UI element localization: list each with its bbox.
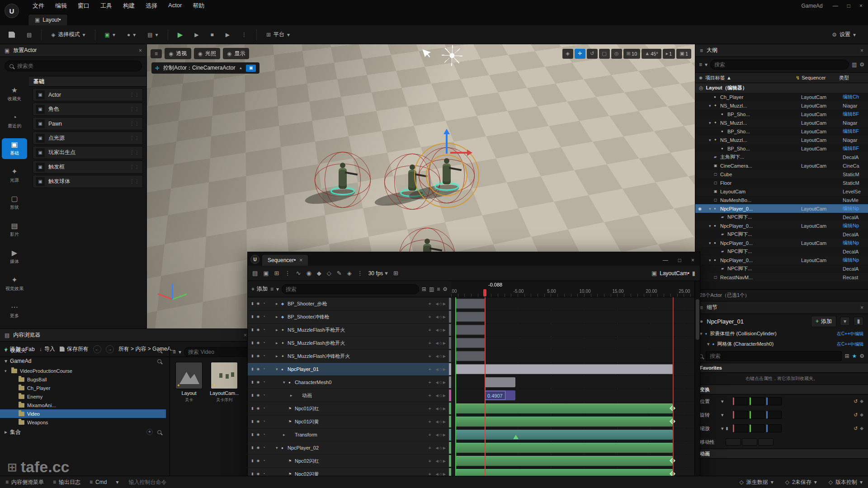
vector-fields[interactable] [733, 397, 782, 405]
chevron-down-icon[interactable] [721, 413, 724, 418]
lock-icon[interactable] [251, 328, 253, 332]
placeable-actor-item[interactable]: Actor ⋮⋮ [33, 88, 143, 101]
track-state-icons[interactable] [251, 328, 276, 332]
dots-icon[interactable] [357, 270, 363, 276]
key-navigation[interactable]: ◀◇▶ [436, 407, 447, 411]
viewport-menu-item[interactable]: 透视 [165, 48, 191, 59]
mute-icon[interactable] [263, 315, 265, 319]
add-section-button[interactable]: + [429, 380, 436, 385]
placeable-actor-item[interactable]: 触发框 ⋮⋮ [33, 160, 143, 174]
edit-in-cpp-link[interactable]: 在C++中编辑 [837, 331, 863, 337]
outliner-row[interactable]: ▾ NpcPlayer_0... LayoutCam 编辑Np [695, 239, 868, 247]
play-options-button[interactable] [237, 29, 251, 40]
camera-views-button[interactable]: 1 [676, 49, 691, 59]
track-row[interactable]: ▸ BP_Shooter冲锋枪 + ◀◇▶ [248, 310, 451, 323]
drag-handle[interactable]: ⋮⋮ [130, 92, 140, 97]
expander-arrow[interactable]: ▸ [283, 432, 288, 437]
placeable-actor-item[interactable]: 触发球体 ⋮⋮ [33, 175, 143, 188]
track-state-icons[interactable] [251, 407, 276, 410]
track-lane[interactable] [451, 376, 694, 389]
timeline-ruler[interactable]: -5.005.0010.0015.0020.0025.0030.00 [451, 281, 694, 297]
track-state-icons[interactable] [251, 420, 276, 423]
keyframe-icon[interactable] [860, 413, 863, 417]
actor-type[interactable]: 编辑BF [843, 111, 868, 117]
folder-row[interactable]: MixamoAni... [0, 401, 166, 409]
menu-item[interactable]: 窗口 [73, 0, 94, 12]
track-state-icons[interactable] [251, 446, 276, 450]
expander-arrow[interactable]: ▾ [709, 138, 714, 142]
solo-icon[interactable] [256, 446, 259, 450]
track-lane[interactable] [451, 415, 694, 428]
key-navigation[interactable]: ◀◇▶ [436, 328, 447, 332]
drag-handle[interactable]: ⋮⋮ [130, 164, 140, 169]
status-bar-button[interactable]: 输出日志 [53, 479, 80, 486]
close-icon[interactable] [859, 3, 863, 9]
solo-icon[interactable] [256, 459, 259, 463]
status-bar-button[interactable]: 版本控制 [829, 479, 863, 486]
rail-category[interactable]: 基础 [2, 138, 27, 159]
pilot-actor-bar[interactable]: 控制Actor：CineCameraActor [151, 62, 259, 74]
outliner-row[interactable]: NPC脚下... DecalA [695, 264, 868, 273]
gear-icon[interactable] [859, 353, 864, 359]
close-icon[interactable] [860, 48, 863, 53]
actor-type[interactable]: Recast [843, 275, 868, 280]
folder-row[interactable]: Enemy [0, 392, 166, 401]
folder-row[interactable]: ▾ VideoProductionCourse [0, 366, 166, 375]
key-navigation[interactable]: ◀◇▶ [436, 315, 447, 319]
actor-type[interactable]: DecalA [843, 155, 868, 160]
lock-icon[interactable] [251, 446, 253, 450]
folder-row[interactable]: BugsBall [0, 375, 166, 384]
add-section-button[interactable]: + [429, 366, 436, 372]
lock-icon[interactable] [251, 394, 253, 397]
solo-icon[interactable] [256, 472, 259, 476]
viewport-menu-button[interactable] [151, 49, 162, 58]
expander-arrow[interactable] [707, 342, 710, 347]
close-icon[interactable] [860, 305, 863, 310]
reset-icon[interactable] [854, 426, 858, 431]
keying-icon[interactable] [317, 270, 321, 276]
track-search-input[interactable] [282, 284, 419, 294]
favorites-tree-header[interactable]: 收藏夹 [0, 345, 166, 356]
drag-handle[interactable]: ⋮⋮ [130, 107, 140, 112]
save-button[interactable] [5, 29, 19, 41]
track-row[interactable]: ▾ CharacterMesh0 + ◀◇▶ [248, 376, 451, 389]
camera-icon[interactable] [263, 270, 269, 276]
maximize-icon[interactable] [847, 3, 850, 9]
filter-icon[interactable] [270, 286, 274, 292]
world-row[interactable]: Layout（编辑器） [695, 83, 868, 93]
outliner-row[interactable]: NavMeshBo... NavMe [695, 196, 868, 204]
playhead-handle[interactable] [483, 289, 486, 296]
maximize-icon[interactable] [678, 258, 681, 263]
folder-row[interactable]: Video [0, 409, 166, 418]
scale-lock-icon[interactable] [726, 427, 728, 431]
add-actor-dropdown[interactable] [101, 29, 119, 40]
rail-category[interactable]: 视觉效果 [2, 274, 27, 295]
chevron-down-icon[interactable] [705, 62, 708, 67]
actor-type[interactable]: 编辑Np [843, 222, 868, 229]
status-bar-button[interactable]: 2未保存 [785, 479, 817, 486]
rotation-snap-button[interactable]: 45° [642, 49, 661, 59]
expander-arrow[interactable]: ▾ [709, 258, 714, 263]
add-section-button[interactable]: + [429, 340, 436, 346]
lock-icon[interactable] [251, 367, 253, 371]
chevron-down-icon[interactable] [179, 349, 181, 355]
fps-dropdown[interactable]: 30 fps [368, 270, 388, 277]
actor-type[interactable]: 编辑BF [843, 128, 868, 135]
viewport-menu-item[interactable]: 显示 [223, 48, 249, 59]
column-sequencer[interactable]: Sequencer [796, 75, 837, 80]
drag-handle[interactable]: ⋮⋮ [130, 179, 140, 184]
mute-icon[interactable] [263, 328, 265, 332]
rail-category[interactable]: 最近的 [2, 111, 27, 132]
close-tab-icon[interactable] [299, 258, 302, 263]
add-section-button[interactable]: + [429, 314, 436, 319]
add-track-button[interactable]: +添加 [251, 285, 268, 293]
project-tree-header[interactable]: GameAd [0, 356, 166, 366]
status-bar-button[interactable]: 内容侧滑菜单 [5, 479, 44, 486]
actor-type[interactable]: Niagar [843, 103, 868, 108]
mute-icon[interactable] [263, 380, 265, 384]
stop-button[interactable] [206, 29, 217, 40]
section-bar[interactable] [455, 417, 673, 427]
lock-icon[interactable] [251, 341, 253, 345]
add-section-button[interactable]: + [429, 393, 436, 398]
key-navigation[interactable]: ◀◇▶ [436, 459, 447, 463]
